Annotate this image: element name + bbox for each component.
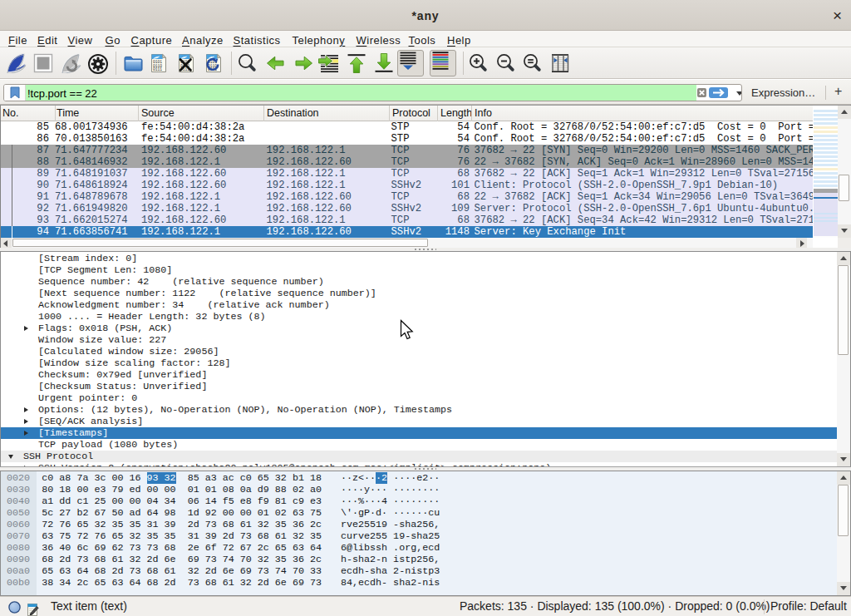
svg-text:0111: 0111: [153, 67, 162, 71]
